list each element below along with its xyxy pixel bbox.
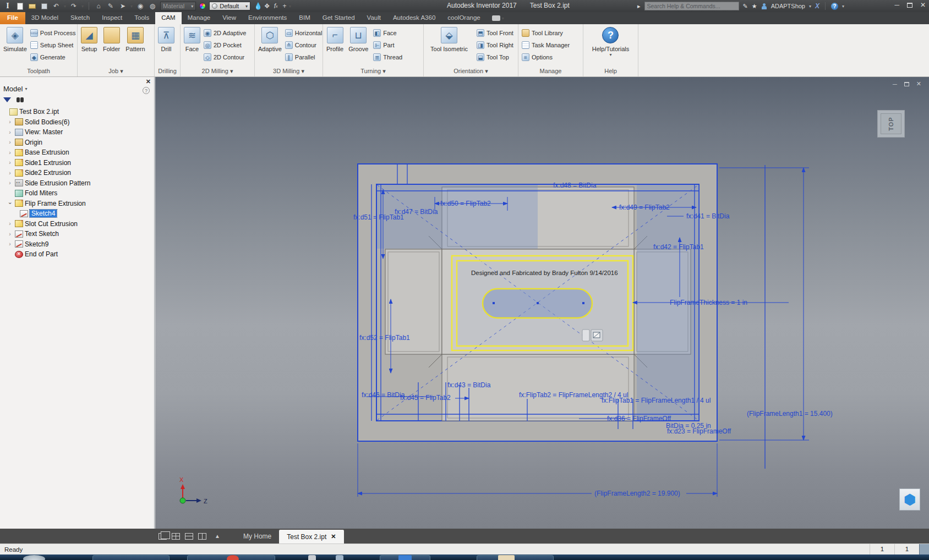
tree-item-sketch4[interactable]: Sketch4 [1, 208, 154, 219]
material-combo-caret-icon[interactable]: ▾ [191, 4, 193, 9]
help-tutorials-button[interactable]: ? Help/Tutorials ▾ [591, 26, 631, 57]
tree-item-flip-frame-extrusion[interactable]: ›Flip Frame Extrusion [1, 199, 154, 209]
add-qat-icon[interactable]: + [280, 2, 289, 10]
tree-item-fold-miters[interactable]: Fold Miters [1, 188, 154, 199]
tree-item-side-extrusion-pattern[interactable]: ›Side Extrusion Pattern [1, 178, 154, 189]
browser-title[interactable]: Model [3, 85, 23, 93]
groove-button[interactable]: ⊔Groove [347, 26, 370, 52]
measure-icon[interactable]: ◉ [136, 2, 145, 10]
setup-button[interactable]: ◢Setup [79, 26, 99, 52]
dim-len1[interactable]: (FlipFrameLength1 = 15.400) [747, 410, 833, 418]
browser-help-icon[interactable]: ? [143, 87, 150, 94]
doc-minimize-icon[interactable]: ─ [893, 81, 897, 87]
browser-close-icon[interactable]: ✕ [146, 78, 151, 85]
viewcube[interactable]: TOP [877, 110, 905, 138]
tab-bim[interactable]: BIM [293, 12, 316, 24]
face-mill-button[interactable]: ≋Face [182, 26, 202, 52]
dim-len2[interactable]: (FlipFrameLength2 = 19.900) [594, 490, 680, 497]
tree-item-root[interactable]: Test Box 2.ipt [1, 107, 154, 117]
help-dropdown-icon[interactable]: ▾ [842, 4, 844, 9]
turn-face-button[interactable]: ◧Face [371, 27, 404, 39]
dim-d42[interactable]: fx:d42 = FlipTab1 [653, 243, 704, 251]
tab-file[interactable]: File [0, 12, 25, 24]
group-label-2d-milling[interactable]: 2D Milling ▾ [181, 67, 254, 76]
search-panel-arrow-icon[interactable]: ▸ [637, 3, 641, 10]
minimize-button[interactable]: ─ [894, 1, 899, 9]
taskbar-app-icon[interactable] [336, 555, 343, 560]
select-dropdown-icon[interactable]: ▾ [130, 4, 133, 9]
taskbar-button[interactable] [92, 555, 170, 560]
tree-item-end-of-part[interactable]: End of Part [1, 249, 154, 260]
folder-button[interactable]: Folder [101, 26, 122, 52]
mini-toolbar[interactable] [582, 330, 603, 341]
tree-item-side1-extrusion[interactable]: ›Side1 Extrusion [1, 158, 154, 168]
dim-d48[interactable]: fx:d48 = BitDia [553, 182, 597, 189]
a360-drive-panel[interactable]: ⬢ [899, 488, 920, 510]
new-file-icon[interactable] [15, 2, 24, 10]
search-input[interactable] [644, 2, 739, 10]
group-label-3d-milling[interactable]: 3D Milling ▾ [255, 67, 323, 76]
simulate-button[interactable]: ◈ Simulate [2, 26, 29, 52]
tab-get-started[interactable]: Get Started [316, 12, 361, 24]
turn-part-button[interactable]: ⊩Part [371, 39, 404, 51]
tree-item-view-master[interactable]: ›View: Master [1, 127, 154, 138]
dim-d36[interactable]: fx:d36 = FlipFrameOff [607, 415, 671, 422]
filter-icon[interactable] [3, 97, 11, 102]
close-document-tab-icon[interactable]: ✕ [331, 533, 336, 540]
browser-title-caret-icon[interactable]: ▾ [25, 86, 27, 91]
taskbar-app-icon[interactable] [398, 555, 412, 560]
tool-top-button[interactable]: ⬓Tool Top [475, 51, 515, 63]
tab-sketch[interactable]: Sketch [64, 12, 96, 24]
dim-d45[interactable]: fx:d45 = FlipTab2 [400, 394, 451, 402]
tab-vault[interactable]: Vault [361, 12, 387, 24]
viewcube-top-face[interactable]: TOP [888, 117, 894, 130]
tool-right-button[interactable]: ◨Tool Right [475, 39, 515, 51]
taskbar-app-icon[interactable] [498, 555, 515, 560]
expand-tabs-icon[interactable]: ▲ [215, 533, 220, 539]
dim-thickness[interactable]: FlipFrameThickness = 1 in [670, 299, 747, 306]
tree-item-origin[interactable]: ›Origin [1, 138, 154, 148]
sketch-update-icon[interactable]: ✎ [106, 2, 115, 10]
exchange-apps-icon[interactable]: X [815, 2, 819, 10]
dim-d23[interactable]: fx:d23 = FlipFrameOff [667, 427, 731, 435]
ribbon-display-caret-icon[interactable]: ▾ [502, 16, 504, 21]
restore-button[interactable] [907, 3, 912, 8]
redo-dropdown-icon[interactable]: ▾ [81, 4, 84, 9]
group-label-job[interactable]: Job ▾ [78, 67, 154, 76]
horizontal-button[interactable]: ▭Horizontal [283, 27, 324, 39]
tree-item-solid-bodies[interactable]: ›Solid Bodies(6) [1, 117, 154, 128]
dim-d46[interactable]: fx:d46 = BitDia [362, 391, 405, 399]
redo-icon[interactable]: ↷ [69, 2, 78, 10]
dim-d52[interactable]: fx:d52 = FlipTab1 [359, 334, 410, 342]
close-button[interactable]: ✕ [920, 1, 926, 9]
drill-button[interactable]: ⊼Drill [156, 26, 176, 52]
dim-d51[interactable]: fx:d51 = FlipTab1 [353, 213, 404, 221]
tab-autodesk-a360[interactable]: Autodesk A360 [387, 12, 441, 24]
tab-inspect[interactable]: Inspect [96, 12, 128, 24]
setup-sheet-button[interactable]: Setup Sheet [29, 39, 78, 51]
open-file-icon[interactable] [28, 2, 36, 10]
adaptive-button[interactable]: ⬡Adaptive [256, 26, 283, 52]
appearance-combo-caret-icon[interactable]: ▾ [245, 4, 248, 9]
adjust-color-icon[interactable]: 💧 [254, 2, 263, 10]
vertical-split-icon[interactable] [198, 533, 206, 540]
2d-pocket-button[interactable]: ◎2D Pocket [202, 39, 248, 51]
user-avatar-icon[interactable] [761, 3, 767, 9]
home-icon[interactable]: ⌂ [94, 2, 103, 10]
contour-button[interactable]: ≙Contour [283, 39, 324, 51]
post-process-button[interactable]: G1G2Post Process [29, 27, 78, 39]
parameters-fx-icon[interactable]: fx [271, 2, 280, 10]
material-browser-icon[interactable]: ◍ [148, 2, 157, 10]
tab-tools[interactable]: Tools [128, 12, 155, 24]
group-label-orientation[interactable]: Orientation ▾ [424, 67, 518, 76]
profile-button[interactable]: ⌐Profile [325, 26, 345, 52]
pen-icon[interactable]: ✎ [743, 3, 748, 10]
start-orb-icon[interactable] [23, 555, 45, 560]
tab-my-home[interactable]: My Home [236, 529, 279, 543]
generate-button[interactable]: ◆Generate [29, 51, 78, 63]
undo-dropdown-icon[interactable]: ▾ [64, 4, 66, 9]
select-tool-icon[interactable]: ➤ [118, 2, 127, 10]
tab-cam[interactable]: CAM [155, 12, 182, 24]
save-icon[interactable] [40, 2, 48, 10]
dim-fliptab1-formula[interactable]: fx:FlipTab1 = FlipFrameLength1 / 4 ul [602, 397, 711, 404]
